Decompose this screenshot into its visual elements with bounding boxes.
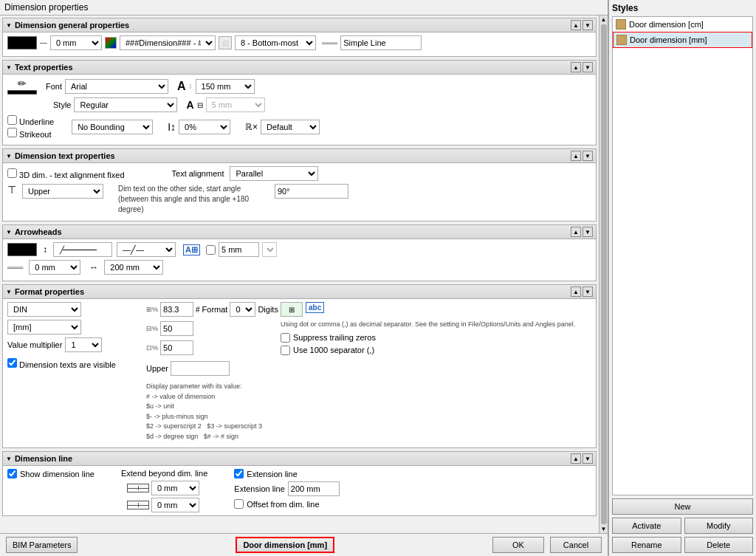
style-item-cm[interactable]: Door dimension [cm] — [613, 17, 752, 32]
text-align-select[interactable]: Parallel — [230, 166, 318, 181]
arrowheads-down[interactable]: ▼ — [583, 227, 593, 237]
scroll-up-btn[interactable]: ▲ — [601, 16, 607, 23]
arrow-endpoint-icon: ↕ — [43, 244, 47, 255]
multiplier-select[interactable]: 1 — [65, 337, 102, 352]
offset1-select[interactable]: 0 mm — [29, 260, 80, 275]
separator-label[interactable]: Use 1000 separator (,) — [281, 346, 591, 355]
active-style-button[interactable]: Door dimension [mm] — [236, 537, 334, 553]
arrowheads-section: ▼ Arrowheads ▲ ▼ ↕ — [2, 224, 597, 281]
color-icon — [105, 37, 117, 49]
visible-checkbox[interactable] — [7, 358, 17, 368]
show-dim-line-label[interactable]: Show dimension line — [7, 469, 94, 478]
rename-button[interactable]: Rename — [612, 537, 681, 553]
font-size2-select[interactable]: 5 mm — [206, 97, 265, 112]
activate-button[interactable]: Activate — [612, 518, 681, 534]
3d-checkbox-label[interactable]: 3D dim. - text alignment fixed — [7, 168, 125, 179]
upper-input[interactable] — [171, 361, 230, 376]
underline-checkbox[interactable] — [7, 115, 17, 125]
cancel-button[interactable]: Cancel — [550, 537, 602, 553]
strikeout-checkbox[interactable] — [7, 128, 17, 137]
arrow-size-input[interactable]: 5 mm — [219, 242, 259, 257]
offset-select[interactable]: 0 mm — [50, 35, 102, 50]
offset2-select[interactable]: 200 mm — [104, 260, 163, 275]
format-down[interactable]: ▼ — [583, 286, 593, 297]
line-icon: ─ — [40, 37, 47, 49]
format-title: Format properties — [15, 287, 84, 296]
value2-input[interactable]: 50 — [160, 321, 193, 336]
modify-button[interactable]: Modify — [684, 518, 754, 534]
value1-input[interactable]: 83.3 — [160, 302, 193, 317]
dim-line-title: Dimension line — [15, 454, 72, 463]
arrow-color-swatch[interactable] — [7, 243, 37, 256]
ok-button[interactable]: OK — [492, 537, 544, 553]
ext2-select[interactable]: 0 mm — [151, 498, 199, 512]
dim-line-down[interactable]: ▼ — [583, 453, 593, 464]
dim-info-text: Dim text on the other side, start angle … — [118, 185, 249, 213]
dim-line-arrow[interactable]: ▼ — [6, 456, 12, 462]
arrow-size-unit[interactable] — [262, 242, 277, 257]
scroll-down-btn[interactable]: ▼ — [601, 526, 607, 532]
dim-text-down[interactable]: ▼ — [583, 151, 593, 161]
ext-line-value[interactable]: 200 mm — [288, 481, 340, 496]
position-align-select[interactable]: Upper — [22, 184, 103, 199]
dim-text-up[interactable]: ▲ — [571, 151, 581, 161]
format-up[interactable]: ▲ — [571, 286, 581, 297]
arrowheads-arrow[interactable]: ▼ — [6, 229, 12, 236]
separator-checkbox[interactable] — [281, 346, 290, 355]
line-style-input[interactable]: Simple Line — [340, 35, 422, 50]
general-section-title: Dimension general properties — [15, 21, 129, 30]
3d-checkbox[interactable] — [7, 168, 17, 178]
format-label: Format — [202, 305, 228, 314]
hash-label: # — [196, 306, 200, 314]
ext1-select[interactable]: 0 mm — [151, 481, 199, 495]
ext-line-checkbox[interactable] — [234, 469, 244, 478]
format-arrow[interactable]: ▼ — [6, 289, 12, 295]
bim-params-button[interactable]: BIM Parameters — [6, 537, 78, 553]
new-button[interactable]: New — [612, 498, 753, 515]
section-up-arrow[interactable]: ▲ — [571, 20, 581, 30]
val3-icon: ⊡% — [146, 344, 158, 351]
arrow-style-select[interactable]: —╱— — [117, 242, 176, 257]
suppress-zeros-checkbox[interactable] — [281, 333, 290, 343]
strikeout-checkbox-label[interactable]: Strikeout — [7, 128, 54, 139]
style-select[interactable]: Regular — [74, 97, 177, 112]
delete-button[interactable]: Delete — [684, 537, 754, 553]
general-properties-section: ▼ Dimension general properties ▲ ▼ ─ — [2, 18, 597, 57]
multiplier-label: Value multiplier — [7, 340, 62, 349]
color-swatch-general[interactable] — [7, 36, 37, 49]
arrowheads-up[interactable]: ▲ — [571, 227, 581, 237]
arrow-size-checkbox[interactable] — [206, 245, 216, 255]
style-label-mm: Door dimension [mm] — [630, 35, 707, 44]
arrow-style-preview: ╱ — [53, 242, 112, 257]
offset-dim-checkbox[interactable] — [234, 499, 244, 509]
format-select[interactable]: ###Dimension### - ##i — [120, 35, 216, 50]
value3-input[interactable]: 50 — [160, 340, 193, 355]
suppress-zeros-label[interactable]: Suppress trailing zeros — [281, 333, 591, 343]
format-value-select[interactable]: 0 — [230, 302, 255, 317]
rotation-select[interactable]: 0% — [179, 120, 230, 134]
text-section-up[interactable]: ▲ — [571, 62, 581, 72]
unit-select[interactable]: [mm] — [7, 320, 81, 334]
visible-checkbox-label[interactable]: Dimension texts are visible — [7, 358, 140, 369]
section-down-arrow[interactable]: ▼ — [583, 20, 593, 30]
text-collapse-arrow[interactable]: ▼ — [6, 64, 12, 71]
text-section-down[interactable]: ▼ — [583, 62, 593, 72]
default-select[interactable]: Default — [261, 120, 320, 134]
text-section-header: ▼ Text properties ▲ ▼ — [3, 61, 596, 75]
dim-line-up[interactable]: ▲ — [571, 453, 581, 464]
underline-checkbox-label[interactable]: Underline — [7, 115, 54, 126]
style-item-mm[interactable]: Door dimension [mm] — [613, 32, 752, 48]
offset-dim-label[interactable]: Offset from dim. line — [234, 499, 340, 509]
bounding-select[interactable]: No Bounding — [72, 120, 153, 134]
val2-icon: ⊟% — [146, 325, 158, 332]
show-dim-line-checkbox[interactable] — [7, 469, 17, 478]
dim-text-arrow[interactable]: ▼ — [6, 153, 12, 159]
font-size-select[interactable]: 150 mm — [196, 79, 255, 94]
position-select[interactable]: 8 - Bottom-most — [235, 35, 316, 50]
ext-line-checkbox-label[interactable]: Extension line — [234, 469, 340, 478]
standard-select[interactable]: DIN — [7, 302, 81, 317]
font-select[interactable]: Arial — [65, 79, 168, 94]
superscript-icon: ⊟ — [197, 101, 203, 109]
angle-input[interactable]: 90° — [275, 184, 348, 199]
collapse-arrow[interactable]: ▼ — [6, 22, 12, 29]
